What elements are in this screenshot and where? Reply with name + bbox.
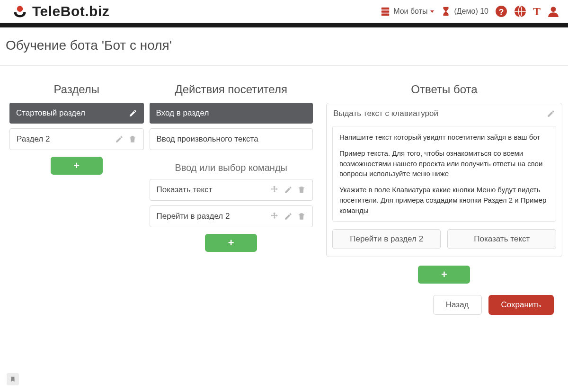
edit-icon[interactable] bbox=[284, 186, 293, 194]
topbar-right: Мои боты (Демо) 10 ? T bbox=[380, 5, 559, 18]
action-enter-row[interactable]: Вход в раздел bbox=[150, 103, 313, 124]
section-label: Стартовый раздел bbox=[16, 108, 85, 118]
action-freeform-label: Ввод произвольного текста bbox=[157, 134, 258, 144]
back-button[interactable]: Назад bbox=[433, 295, 482, 315]
add-answer-button[interactable]: + bbox=[418, 266, 470, 284]
move-icon[interactable] bbox=[270, 212, 279, 221]
workspace: Разделы Стартовый раздел Раздел 2 + Дейс… bbox=[0, 66, 568, 339]
sections-column: Разделы Стартовый раздел Раздел 2 + bbox=[9, 83, 144, 175]
command-row[interactable]: Показать текст bbox=[150, 179, 313, 201]
svg-rect-3 bbox=[382, 14, 390, 16]
answers-title: Ответы бота bbox=[326, 83, 562, 96]
svg-text:?: ? bbox=[499, 7, 504, 17]
add-section-button[interactable]: + bbox=[51, 157, 103, 175]
command-label: Показать текст bbox=[157, 185, 213, 195]
section-row-active[interactable]: Стартовый раздел bbox=[9, 103, 144, 124]
svg-rect-2 bbox=[382, 10, 390, 13]
move-icon[interactable] bbox=[270, 185, 279, 195]
actions-title: Действия посетителя bbox=[150, 83, 313, 96]
server-icon bbox=[380, 6, 390, 17]
profile-button[interactable] bbox=[547, 5, 559, 18]
actions-column: Действия посетителя Вход в раздел Ввод п… bbox=[150, 83, 313, 252]
help-icon: ? bbox=[495, 5, 507, 18]
logo-icon bbox=[11, 3, 28, 20]
answers-column: Ответы бота Выдать текст с клавиатурой Н… bbox=[326, 83, 562, 329]
save-button[interactable]: Сохранить bbox=[488, 295, 554, 315]
globe-button[interactable] bbox=[514, 5, 526, 18]
trash-icon[interactable] bbox=[297, 212, 306, 221]
demo-label: (Демо) 10 bbox=[454, 7, 488, 16]
section-row[interactable]: Раздел 2 bbox=[9, 128, 144, 150]
edit-icon[interactable] bbox=[547, 109, 555, 118]
answer-body[interactable]: Напишите текст который увидят посетители… bbox=[332, 126, 556, 222]
plus-icon: + bbox=[73, 160, 80, 172]
section-label: Раздел 2 bbox=[17, 134, 50, 144]
keyboard-button[interactable]: Показать текст bbox=[447, 229, 556, 249]
keyboard-button-label: Показать текст bbox=[474, 234, 530, 243]
answer-card-head: Выдать текст с клавиатурой bbox=[327, 103, 562, 123]
footer-buttons: Назад Сохранить bbox=[326, 284, 562, 329]
trash-icon[interactable] bbox=[128, 135, 137, 143]
hourglass-icon bbox=[441, 6, 451, 17]
command-row[interactable]: Перейти в раздел 2 bbox=[150, 205, 313, 227]
add-command-button[interactable]: + bbox=[205, 234, 257, 252]
answer-card: Выдать текст с клавиатурой Напишите текс… bbox=[326, 103, 562, 257]
keyboard-buttons: Перейти в раздел 2 Показать текст bbox=[327, 222, 562, 249]
trash-icon[interactable] bbox=[297, 186, 306, 194]
keyboard-button-label: Перейти в раздел 2 bbox=[350, 234, 423, 243]
tariff-button[interactable]: T bbox=[533, 5, 541, 18]
demo-counter[interactable]: (Демо) 10 bbox=[441, 6, 488, 17]
command-label: Перейти в раздел 2 bbox=[157, 212, 230, 221]
sections-title: Разделы bbox=[9, 83, 144, 96]
keyboard-button[interactable]: Перейти в раздел 2 bbox=[332, 229, 441, 249]
svg-point-0 bbox=[17, 6, 23, 12]
logo-text: TeleBot.biz bbox=[32, 3, 109, 19]
my-bots-dropdown[interactable]: Мои боты bbox=[380, 6, 434, 17]
plus-icon: + bbox=[441, 268, 447, 281]
svg-point-7 bbox=[551, 7, 556, 12]
user-icon bbox=[547, 5, 559, 18]
answer-paragraph: Пример текста. Для того, чтобы ознакомит… bbox=[339, 148, 549, 179]
topbar: TeleBot.biz Мои боты (Демо) 10 ? T bbox=[0, 0, 568, 23]
edit-icon[interactable] bbox=[115, 135, 124, 143]
page-title: Обучение бота 'Бот с ноля' bbox=[0, 27, 568, 66]
answer-paragraph: Напишите текст который увидят посетители… bbox=[339, 132, 549, 143]
edit-icon[interactable] bbox=[284, 212, 293, 221]
answer-paragraph: Укажите в поле Клавиатура какие кнопки М… bbox=[339, 185, 549, 215]
chevron-down-icon bbox=[430, 10, 434, 13]
svg-rect-1 bbox=[382, 8, 390, 10]
globe-icon bbox=[514, 5, 526, 18]
accent-band bbox=[0, 23, 568, 27]
help-button[interactable]: ? bbox=[495, 5, 507, 18]
plus-icon: + bbox=[228, 237, 234, 249]
logo[interactable]: TeleBot.biz bbox=[11, 3, 109, 20]
action-enter-label: Вход в раздел bbox=[156, 108, 209, 118]
action-freeform-row[interactable]: Ввод произвольного текста bbox=[150, 128, 313, 150]
actions-commands-subhead: Ввод или выбор команды bbox=[150, 162, 313, 173]
answer-type-label: Выдать текст с клавиатурой bbox=[333, 109, 438, 118]
edit-icon[interactable] bbox=[129, 109, 137, 117]
my-bots-label: Мои боты bbox=[393, 7, 427, 16]
